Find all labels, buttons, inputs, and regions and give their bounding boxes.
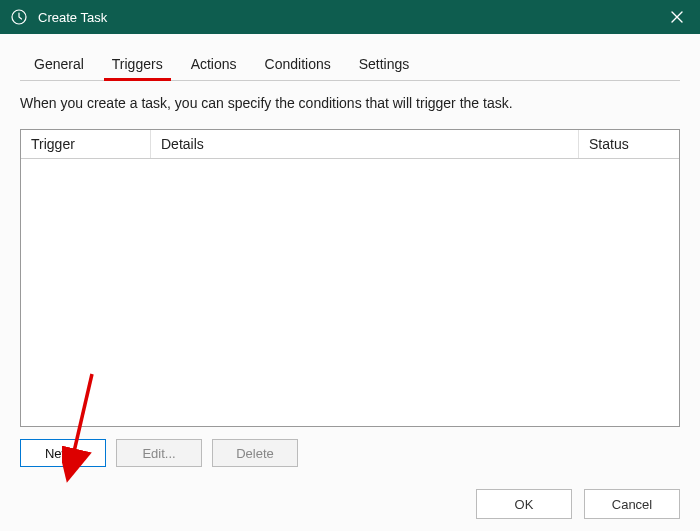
tab-strip: General Triggers Actions Conditions Sett… bbox=[20, 50, 680, 81]
edit-button[interactable]: Edit... bbox=[116, 439, 202, 467]
triggers-list[interactable]: Trigger Details Status bbox=[20, 129, 680, 427]
close-button[interactable] bbox=[654, 0, 700, 34]
window-title: Create Task bbox=[38, 10, 654, 25]
list-header: Trigger Details Status bbox=[21, 130, 679, 159]
column-header-details[interactable]: Details bbox=[151, 130, 579, 158]
tab-conditions[interactable]: Conditions bbox=[251, 50, 345, 80]
list-actions: New... Edit... Delete bbox=[20, 439, 680, 467]
tab-general[interactable]: General bbox=[20, 50, 98, 80]
column-header-status[interactable]: Status bbox=[579, 130, 679, 158]
delete-button[interactable]: Delete bbox=[212, 439, 298, 467]
tab-actions[interactable]: Actions bbox=[177, 50, 251, 80]
cancel-button[interactable]: Cancel bbox=[584, 489, 680, 519]
column-header-trigger[interactable]: Trigger bbox=[21, 130, 151, 158]
tab-description: When you create a task, you can specify … bbox=[20, 95, 680, 111]
clock-icon bbox=[10, 8, 28, 26]
ok-button[interactable]: OK bbox=[476, 489, 572, 519]
tab-settings[interactable]: Settings bbox=[345, 50, 424, 80]
dialog-footer: OK Cancel bbox=[476, 489, 680, 519]
titlebar: Create Task bbox=[0, 0, 700, 34]
tab-triggers[interactable]: Triggers bbox=[98, 50, 177, 80]
new-button[interactable]: New... bbox=[20, 439, 106, 467]
dialog-content: General Triggers Actions Conditions Sett… bbox=[0, 34, 700, 531]
